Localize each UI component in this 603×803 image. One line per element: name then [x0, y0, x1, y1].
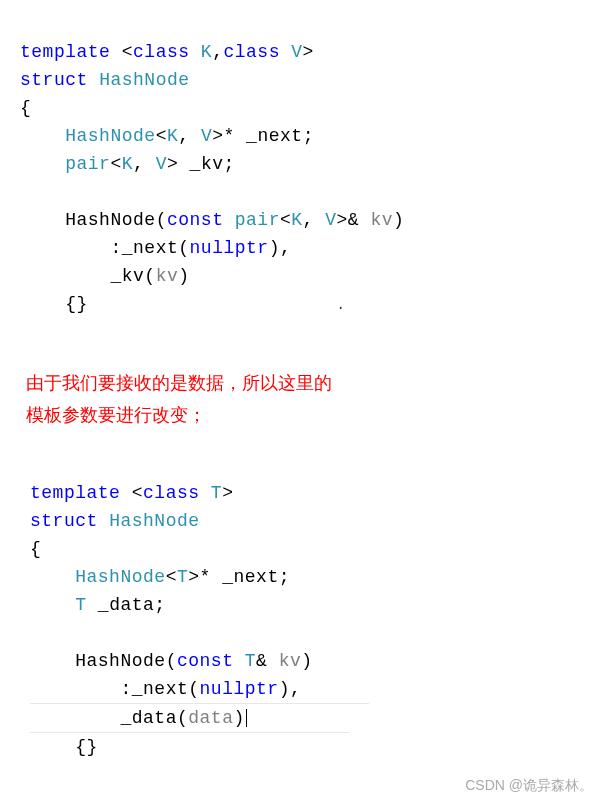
watermark-text: CSDN @诡异森林。	[465, 777, 593, 795]
line: HashNode<K, V>* _next;	[20, 126, 314, 146]
annotation-line-1: 由于我们要接收的是数据，所以这里的	[26, 367, 583, 399]
annotation-line-2: 模板参数要进行改变；	[26, 399, 583, 431]
code-block-2: template <class T> struct HashNode { Has…	[20, 451, 583, 789]
line: template <class T>	[30, 483, 233, 503]
line: _kv(kv)	[20, 266, 190, 286]
code-block-1: template <class K,class V> struct HashNo…	[20, 10, 583, 347]
line: :_next(nullptr),	[30, 679, 369, 699]
line: HashNode(const pair<K, V>& kv)	[20, 210, 404, 230]
line: struct HashNode	[20, 70, 190, 90]
line: struct HashNode	[30, 511, 200, 531]
line: :_next(nullptr),	[20, 238, 291, 258]
line: {} .	[20, 294, 345, 314]
line: {	[30, 539, 41, 559]
line: template <class K,class V>	[20, 42, 314, 62]
line: HashNode(const T& kv)	[30, 651, 313, 671]
line: T _data;	[30, 595, 166, 615]
line: {	[20, 98, 31, 118]
line: _data(data)	[30, 708, 349, 728]
page: template <class K,class V> struct HashNo…	[0, 0, 603, 803]
line: pair<K, V> _kv;	[20, 154, 235, 174]
annotation-text: 由于我们要接收的是数据，所以这里的 模板参数要进行改变；	[20, 367, 583, 431]
line: HashNode<T>* _next;	[30, 567, 290, 587]
line: {}	[30, 737, 98, 757]
text-cursor	[246, 709, 247, 727]
